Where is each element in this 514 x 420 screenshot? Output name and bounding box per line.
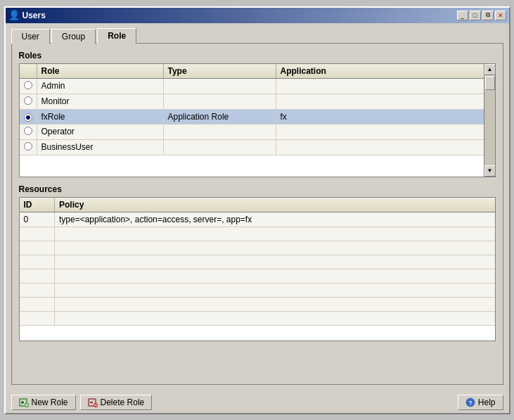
table-row[interactable]: fxRole Application Role fx <box>20 109 484 124</box>
table-row[interactable] <box>20 269 495 283</box>
resource-id <box>20 227 55 241</box>
table-row[interactable]: Monitor <box>20 94 484 109</box>
role-application: fx <box>276 109 484 124</box>
resource-id <box>20 255 55 269</box>
radio-button[interactable] <box>24 96 32 105</box>
radio-button[interactable] <box>24 81 32 89</box>
radio-button-selected[interactable] <box>24 113 32 122</box>
resources-section: Resources ID Policy 0 type=<appl <box>19 184 496 341</box>
maximize-button[interactable]: ⧉ <box>482 11 494 20</box>
scroll-up-button[interactable]: ▲ <box>484 64 496 75</box>
role-application <box>276 124 484 139</box>
role-name[interactable]: BusinessUser <box>37 139 163 155</box>
table-row[interactable]: Operator <box>20 124 484 139</box>
role-application <box>276 94 484 109</box>
main-window: 👤 Users _ □ ⧉ ✕ User Group Role Roles <box>4 6 510 414</box>
table-row[interactable]: 0 type=<application>, action=access, ser… <box>20 212 495 227</box>
role-type <box>163 139 276 155</box>
role-name[interactable]: Operator <box>37 124 163 139</box>
restore-button[interactable]: □ <box>470 11 481 20</box>
resources-table-container: ID Policy 0 type=<application>, action=a… <box>19 197 496 341</box>
resource-policy <box>55 241 495 255</box>
roles-section: Roles Role Type Application <box>19 51 496 177</box>
role-type <box>163 124 276 139</box>
scroll-track[interactable] <box>484 75 495 165</box>
resource-policy <box>55 255 495 269</box>
help-label: Help <box>478 397 496 407</box>
scroll-down-button[interactable]: ▼ <box>484 165 496 177</box>
resources-section-title: Resources <box>19 184 496 194</box>
radio-button[interactable] <box>24 127 32 135</box>
roles-table-scroll: Role Type Application Admin <box>20 64 484 177</box>
role-name[interactable]: Admin <box>37 78 163 94</box>
roles-scrollbar[interactable]: ▲ ▼ <box>484 64 495 177</box>
col-header-radio <box>20 64 37 79</box>
title-bar-left: 👤 Users <box>8 10 46 21</box>
content-area: User Group Role Roles Ro <box>6 23 509 390</box>
delete-role-button[interactable]: Delete Role <box>80 395 153 410</box>
radio-cell[interactable] <box>20 124 37 139</box>
new-role-label: New Role <box>32 397 68 407</box>
resource-policy <box>55 283 495 297</box>
resources-table-header: ID Policy <box>20 198 495 212</box>
resource-id <box>20 283 55 297</box>
scroll-thumb[interactable] <box>485 76 495 90</box>
roles-table-container: Role Type Application Admin <box>19 63 496 177</box>
role-application <box>276 78 484 94</box>
tab-group[interactable]: Group <box>51 29 96 44</box>
new-role-button[interactable]: New Role <box>11 395 76 410</box>
resource-policy <box>55 269 495 283</box>
role-type: Application Role <box>163 109 276 124</box>
radio-cell[interactable] <box>20 78 37 94</box>
footer-left-buttons: New Role Delete Role <box>11 395 153 410</box>
resource-policy <box>55 311 495 325</box>
role-type <box>163 94 276 109</box>
col-header-type: Type <box>163 64 276 79</box>
help-button[interactable]: ? Help <box>458 395 503 410</box>
roles-table-wrapper: Role Type Application Admin <box>20 64 495 177</box>
resource-policy: type=<application>, action=access, serve… <box>55 212 495 227</box>
radio-button[interactable] <box>24 142 32 151</box>
radio-cell[interactable] <box>20 139 37 155</box>
footer: New Role Delete Role ? <box>6 390 509 413</box>
window-icon: 👤 <box>8 10 20 21</box>
roles-section-title: Roles <box>19 51 496 61</box>
col-header-role: Role <box>37 64 163 79</box>
delete-role-label: Delete Role <box>101 397 145 407</box>
title-bar-buttons: _ □ ⧉ ✕ <box>457 11 506 20</box>
minimize-button[interactable]: _ <box>457 11 468 20</box>
roles-table: Role Type Application Admin <box>20 64 484 155</box>
role-application <box>276 139 484 155</box>
window-title: Users <box>23 11 46 20</box>
table-row[interactable]: Admin <box>20 78 484 94</box>
roles-table-header: Role Type Application <box>20 64 484 79</box>
resource-id <box>20 269 55 283</box>
title-bar: 👤 Users _ □ ⧉ ✕ <box>6 8 509 23</box>
radio-cell[interactable] <box>20 109 37 124</box>
new-role-icon <box>19 397 29 407</box>
svg-text:?: ? <box>468 400 473 407</box>
resource-id <box>20 311 55 325</box>
radio-cell[interactable] <box>20 94 37 109</box>
table-row[interactable]: BusinessUser <box>20 139 484 155</box>
tab-content-role: Roles Role Type Application <box>11 43 503 385</box>
resource-policy <box>55 297 495 311</box>
resource-policy <box>55 227 495 241</box>
tab-role[interactable]: Role <box>97 28 136 44</box>
help-icon: ? <box>465 397 475 407</box>
table-row[interactable] <box>20 241 495 255</box>
resource-id: 0 <box>20 212 55 227</box>
tabs-bar: User Group Role <box>11 27 503 43</box>
table-row[interactable] <box>20 227 495 241</box>
role-name[interactable]: fxRole <box>37 109 163 124</box>
close-button[interactable]: ✕ <box>495 11 506 20</box>
resource-id <box>20 241 55 255</box>
role-name[interactable]: Monitor <box>37 94 163 109</box>
table-row[interactable] <box>20 283 495 297</box>
table-row[interactable] <box>20 311 495 325</box>
table-row[interactable] <box>20 255 495 269</box>
col-header-id: ID <box>20 198 55 212</box>
table-row[interactable] <box>20 297 495 311</box>
tab-user[interactable]: User <box>11 29 50 44</box>
resource-id <box>20 297 55 311</box>
